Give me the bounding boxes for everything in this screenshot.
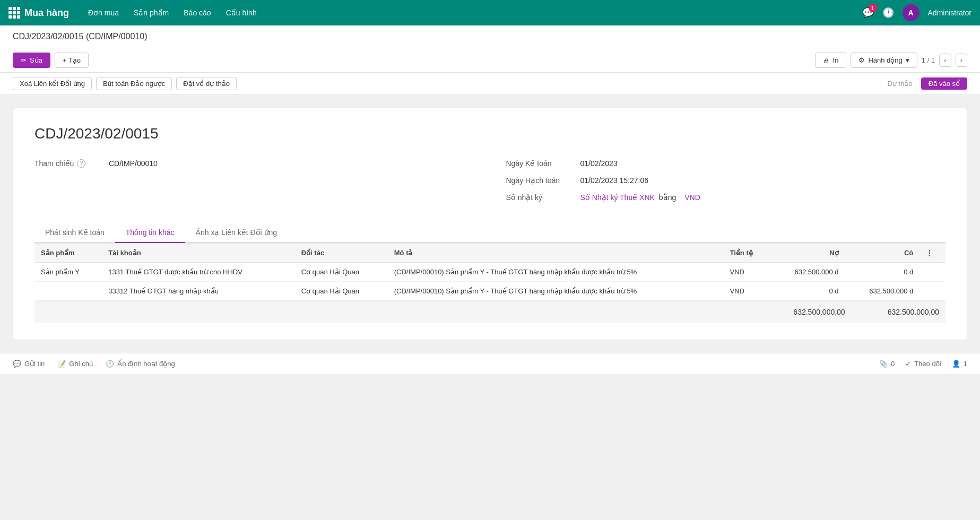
footer-right: 📎 0 ✓ Theo dõi 👤 1 — [879, 360, 967, 368]
status-active-button[interactable]: Đã vào sổ — [921, 77, 967, 90]
row1-tai-khoan: 1331 Thuế GTGT được khấu trừ cho HHDV — [102, 263, 294, 282]
no-total: 632.500.000,00 — [793, 308, 845, 316]
theo-doi-button[interactable]: ✓ Theo dõi — [905, 360, 941, 368]
ngay-ke-toan-value: 01/02/2023 — [580, 159, 618, 168]
so-nhat-ky-label: Sổ nhật ký — [506, 193, 580, 202]
table-row: Sản phẩm Y 1331 Thuế GTGT được khấu trừ … — [34, 263, 946, 282]
co-total: 632.500.000,00 — [888, 308, 939, 316]
col-san-pham: Sản phẩm — [34, 244, 102, 263]
field-group-right: Ngày Kế toán 01/02/2023 Ngày Hạch toán 0… — [506, 159, 946, 210]
status-indicators: Dự thảo Đã vào sổ — [888, 77, 967, 90]
navbar-brand[interactable]: Mua hàng — [8, 7, 69, 19]
note-icon: 📝 — [57, 360, 66, 368]
so-nhat-ky-values: Sổ Nhật ký Thuế XNK bằng VND — [580, 193, 700, 202]
col-tai-khoan: Tài khoản — [102, 244, 294, 263]
vnd-link[interactable]: VND — [684, 193, 700, 202]
tab-anh-xa[interactable]: Ánh xạ Liên kết Đối ứng — [185, 223, 288, 243]
row1-doi-tac: Cơ quan Hải Quan — [295, 263, 388, 282]
avatar[interactable]: A — [903, 4, 920, 21]
ngay-ke-toan-row: Ngày Kế toán 01/02/2023 — [506, 159, 946, 168]
gear-icon: ⚙ — [858, 56, 865, 64]
print-icon: 🖨 — [823, 56, 830, 64]
row2-tai-khoan: 33312 Thuế GTGT hàng nhập khẩu — [102, 282, 294, 301]
print-button[interactable]: 🖨 In — [815, 53, 847, 68]
ngay-hach-toan-label: Ngày Hạch toán — [506, 176, 580, 185]
tham-chieu-row: Tham chiếu ? CD/IMP/00010 — [34, 159, 474, 168]
ghi-chu-button[interactable]: 📝 Ghi chú — [57, 360, 93, 368]
xoa-lien-ket-button[interactable]: Xoá Liên kết Đối ứng — [13, 77, 92, 90]
accounting-table: Sản phẩm Tài khoản Đối tác Mô tả Tiền tệ… — [34, 243, 946, 301]
chat-icon[interactable]: 💬 1 — [862, 7, 874, 19]
row1-no: 632.500.000 đ — [770, 263, 845, 282]
admin-name: Administrator — [928, 8, 972, 17]
pagination: 1 / 1 ‹ › — [922, 54, 967, 67]
table-row: 33312 Thuế GTGT hàng nhập khẩu Cơ quan H… — [34, 282, 946, 301]
create-button[interactable]: + Tạo — [55, 53, 89, 68]
ngay-ke-toan-label: Ngày Kế toán — [506, 159, 580, 168]
menu-bao-cao[interactable]: Báo cáo — [177, 6, 217, 19]
tham-chieu-label: Tham chiếu ? — [34, 159, 109, 168]
row2-mo-ta: (CD/IMP/00010) Sản phẩm Y - Thuế GTGT hà… — [388, 282, 724, 301]
navbar-menu: Đơn mua Sản phẩm Báo cáo Cấu hình — [82, 6, 263, 19]
status-draft: Dự thảo — [888, 80, 913, 88]
field-group-left: Tham chiếu ? CD/IMP/00010 — [34, 159, 474, 210]
tham-chieu-value: CD/IMP/00010 — [109, 159, 158, 168]
ngay-hach-toan-row: Ngày Hạch toán 01/02/2023 15:27:06 — [506, 176, 946, 185]
main-content: CDJ/2023/02/0015 Tham chiếu ? CD/IMP/000… — [0, 95, 980, 353]
row2-doi-tac: Cơ quan Hải Quan — [295, 282, 388, 301]
attachment-count[interactable]: 📎 0 — [879, 360, 895, 368]
col-mo-ta: Mô tả — [388, 244, 724, 263]
doc-title: CDJ/2023/02/0015 — [34, 125, 946, 142]
bang-label: bằng — [659, 193, 676, 202]
action-button[interactable]: ⚙ Hành động ▾ — [851, 53, 917, 68]
grid-icon — [8, 7, 20, 19]
row2-co: 632.500.000 đ — [845, 282, 920, 301]
page-header: CDJ/2023/02/0015 (CD/IMP/00010) — [0, 25, 980, 48]
menu-san-pham[interactable]: Sản phẩm — [127, 6, 175, 19]
clock-icon[interactable]: 🕐 — [882, 7, 894, 19]
navbar-right: 💬 1 🕐 A Administrator — [862, 4, 972, 21]
help-icon[interactable]: ? — [77, 159, 85, 168]
col-more: ⋮ — [920, 244, 946, 263]
menu-cau-hinh[interactable]: Cấu hình — [220, 6, 263, 19]
page-title: CDJ/2023/02/0015 (CD/IMP/00010) — [13, 32, 147, 41]
prev-button[interactable]: ‹ — [939, 54, 951, 67]
next-button[interactable]: › — [956, 54, 967, 67]
row1-tien-te: VND — [724, 263, 770, 282]
menu-don-mua[interactable]: Đơn mua — [82, 6, 125, 19]
brand-label: Mua hàng — [24, 7, 69, 19]
status-bar: Xoá Liên kết Đối ứng Bút toán Đảo ngược … — [0, 73, 980, 95]
clock-small-icon: 🕐 — [106, 360, 114, 368]
follower-count[interactable]: 👤 1 — [952, 360, 967, 368]
fields-section: Tham chiếu ? CD/IMP/00010 Ngày Kế toán 0… — [34, 159, 946, 210]
toolbar: ✏ Sửa + Tạo 🖨 In ⚙ Hành động ▾ 1 / 1 ‹ › — [0, 48, 980, 73]
edit-icon: ✏ — [21, 56, 27, 64]
row2-no: 0 đ — [770, 282, 845, 301]
tab-phat-sinh[interactable]: Phát sinh Kế toán — [34, 223, 115, 243]
tab-thong-tin-khac[interactable]: Thông tin khác — [115, 223, 185, 243]
row1-san-pham: Sản phẩm Y — [34, 263, 102, 282]
chevron-down-icon: ▾ — [906, 56, 909, 64]
an-dinh-button[interactable]: 🕐 Ẩn định hoạt động — [106, 360, 175, 368]
summary-row: 632.500.000,00 632.500.000,00 — [34, 301, 946, 323]
col-tien-te: Tiền tệ — [724, 244, 770, 263]
so-nhat-ky-link[interactable]: Sổ Nhật ký Thuế XNK — [580, 193, 655, 202]
but-toan-button[interactable]: Bút toán Đảo ngược — [96, 77, 172, 90]
col-doi-tac: Đối tác — [295, 244, 388, 263]
col-no: Nợ — [770, 244, 845, 263]
footer: 💬 Gửi tin 📝 Ghi chú 🕐 Ẩn định hoạt động … — [0, 353, 980, 374]
person-icon: 👤 — [952, 360, 960, 368]
navbar: Mua hàng Đơn mua Sản phẩm Báo cáo Cấu hì… — [0, 0, 980, 25]
gui-tin-button[interactable]: 💬 Gửi tin — [13, 360, 45, 368]
paperclip-icon: 📎 — [879, 360, 888, 368]
row1-more — [920, 263, 946, 282]
row1-co: 0 đ — [845, 263, 920, 282]
dat-ve-du-thao-button[interactable]: Đặt về dự thảo — [176, 77, 237, 90]
so-nhat-ky-row: Sổ nhật ký Sổ Nhật ký Thuế XNK bằng VND — [506, 193, 946, 202]
row1-mo-ta: (CD/IMP/00010) Sản phẩm Y - Thuế GTGT hà… — [388, 263, 724, 282]
row2-tien-te: VND — [724, 282, 770, 301]
row2-more — [920, 282, 946, 301]
message-icon: 💬 — [13, 360, 21, 368]
edit-button[interactable]: ✏ Sửa — [13, 53, 50, 68]
ngay-hach-toan-value: 01/02/2023 15:27:06 — [580, 176, 648, 185]
